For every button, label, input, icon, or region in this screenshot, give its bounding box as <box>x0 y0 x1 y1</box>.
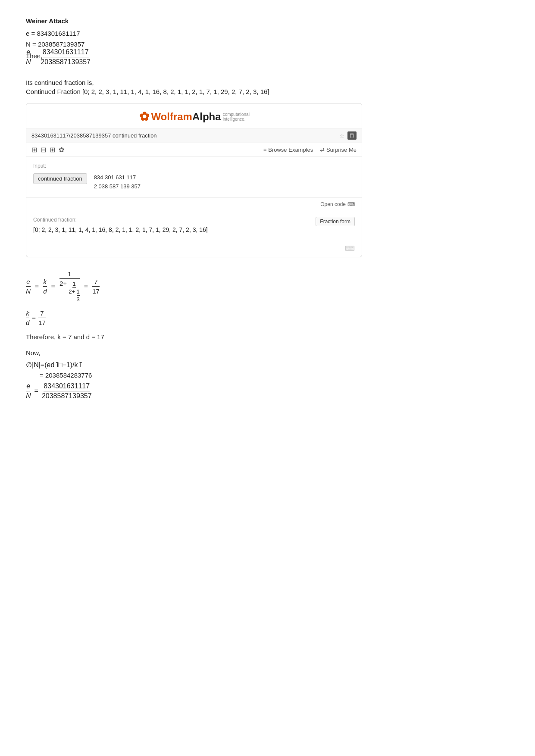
wolfram-flower-icon: ✿ <box>139 109 149 124</box>
wolfram-footer: ⌨ <box>26 242 362 257</box>
en-den-proper: 2038587139357 <box>42 391 92 400</box>
open-code-label: Open code <box>320 201 346 207</box>
wolfram-input-section: Input: continued fraction 834 301 631 11… <box>26 157 362 198</box>
frac-k-over-d: k d <box>43 278 47 295</box>
en-den-val: 2038587139357 <box>41 57 91 66</box>
n-label-proper: N <box>26 391 31 400</box>
frac-7: 7 <box>92 278 100 287</box>
section-title: Weiner Attack <box>26 17 362 25</box>
input-den: 2 038 587 139 357 <box>94 182 141 191</box>
now-label: Now, <box>26 349 362 356</box>
label-e: e <box>26 48 30 57</box>
input-tag: continued fraction <box>33 173 87 184</box>
wolfram-logo: ✿ WolframAlpha computational intelligenc… <box>139 109 248 124</box>
cf-value: [0; 2, 2, 3, 1, 11, 1, 4, 1, 16, 8, 2, 1… <box>82 88 269 95</box>
input-fraction: 834 301 631 117 2 038 587 139 357 <box>94 173 141 191</box>
cf-label: Continued Fraction <box>26 88 81 95</box>
phi-result: = 2038584283776 <box>40 372 362 379</box>
frac-7-over-17: 7 17 <box>92 278 100 295</box>
kd-d: d <box>26 318 29 326</box>
result-content: Continued fraction: [0; 2, 2, 3, 1, 11, … <box>33 217 208 237</box>
kd-result: 7 17 <box>38 309 46 326</box>
eq-sign-2: = <box>51 282 55 290</box>
open-code-icon: ⌨ <box>347 201 355 207</box>
therefore-line: Therefore, k = 7 and d = 17 <box>26 333 362 341</box>
cfrac-num: 1 <box>59 270 80 279</box>
wolfram-logo-sub: computational intelligence. <box>223 112 249 122</box>
kd-fraction-block: k d = 7 17 <box>26 309 362 326</box>
n-value: N = 2038587139357 <box>26 41 362 48</box>
kd-eq: = <box>32 314 36 322</box>
wolfram-search-bar: 834301631117/2038587139357 continued fra… <box>26 128 362 143</box>
frac-e-over-n: e N <box>26 278 31 295</box>
frac-n-label: N <box>26 287 31 295</box>
kd-result-7: 7 <box>38 309 46 318</box>
star-icon[interactable]: ☆ <box>339 132 345 139</box>
result-row: Continued fraction: [0; 2, 2, 3, 1, 11, … <box>33 217 355 237</box>
toolbar-icon-4[interactable]: ✿ <box>59 146 64 154</box>
save-icon[interactable]: 目 <box>347 131 357 140</box>
e-label-proper: e <box>26 382 30 391</box>
cfrac-den: 2+ 1 2+ 1 3 <box>59 279 80 303</box>
en-num-val: 834301631117 <box>43 48 89 57</box>
kd-line: k d = 7 17 <box>26 309 362 326</box>
en-value-frac: 834301631117 2038587139357 <box>41 48 91 66</box>
e-value: e = 834301631117 <box>26 30 362 37</box>
toolbar-icon-1[interactable]: ⊞ <box>31 146 37 154</box>
wolfram-search-text: 834301631117/2038587139357 continued fra… <box>31 132 157 139</box>
cfrac-inner-den: 2+ 1 3 <box>69 288 80 303</box>
cfrac-innermost: 1 3 <box>77 288 80 303</box>
wolfram-toolbar: ⊞ ⊟ ⊞ ✿ ≡ Browse Examples ⇄ Surprise Me <box>26 143 362 157</box>
frac-k-label: k <box>43 278 47 287</box>
cfrac-innermost-num: 1 <box>77 288 80 296</box>
frac-17: 17 <box>92 287 100 295</box>
en-label-row: e N = 834301631117 2038587139357 <box>26 48 362 66</box>
wolfram-logo-text: WolframAlpha <box>151 111 221 123</box>
its-continued-label: Its continued fraction is, <box>26 79 362 86</box>
wolfram-widget: ✿ WolframAlpha computational intelligenc… <box>26 103 362 257</box>
wolfram-result-section: Continued fraction: [0; 2, 2, 3, 1, 11, … <box>26 211 362 242</box>
toolbar-left: ⊞ ⊟ ⊞ ✿ <box>31 146 64 154</box>
continued-fraction-value: Continued Fraction [0; 2, 2, 3, 1, 11, 1… <box>26 88 362 95</box>
kd-frac: k d <box>26 309 29 326</box>
en-proper-eq: = <box>34 387 38 395</box>
cfrac-2plus-1: 2+ <box>59 280 67 287</box>
kd-k: k <box>26 309 29 318</box>
input-num: 834 301 631 117 <box>94 173 141 182</box>
wolfram-search-icons: ☆ 目 <box>339 131 357 140</box>
input-row: continued fraction 834 301 631 117 2 038… <box>33 173 355 191</box>
cfrac-inner-frac: 1 2+ 1 3 <box>69 281 80 303</box>
surprise-me-btn[interactable]: ⇄ Surprise Me <box>320 147 357 153</box>
eq-sign-1: = <box>35 282 39 290</box>
eq-sign-3: = <box>84 282 88 290</box>
label-n: N <box>26 57 31 66</box>
nested-cfrac: 1 2+ 1 2+ 1 3 <box>59 270 80 303</box>
result-label: Continued fraction: <box>33 217 208 223</box>
e-over-n-proper: e N <box>26 382 31 400</box>
open-code-row: Open code ⌨ <box>26 198 362 211</box>
kd-result-17: 17 <box>38 318 46 326</box>
toolbar-icon-2[interactable]: ⊟ <box>41 146 46 154</box>
toolbar-icon-3[interactable]: ⊞ <box>50 146 55 154</box>
en-equals: = <box>35 53 39 61</box>
open-code-btn[interactable]: Open code ⌨ <box>320 201 355 207</box>
cfrac-inner-num: 1 <box>72 281 75 288</box>
en-label-frac: e N <box>26 48 31 66</box>
en-num-proper: 834301631117 <box>44 382 90 391</box>
frac-e-label: e <box>26 278 31 287</box>
toolbar-right: ≡ Browse Examples ⇄ Surprise Me <box>263 147 357 153</box>
wolfram-footer-icon: ⌨ <box>345 244 355 253</box>
result-value: [0; 2, 2, 3, 1, 11, 1, 4, 1, 16, 8, 2, 1… <box>33 226 208 233</box>
phi-formula-line: ∅|N|=(ed i̇̈□−1)/k i̇̈ <box>26 361 362 369</box>
input-label: Input: <box>33 163 355 169</box>
frac-d-label: d <box>43 287 47 295</box>
wolfram-header: ✿ WolframAlpha computational intelligenc… <box>26 103 362 128</box>
en-value-proper: 834301631117 2038587139357 <box>42 382 92 400</box>
en-proper-block: e N = 834301631117 2038587139357 <box>26 382 362 400</box>
cfrac-innermost-den: 3 <box>77 296 80 303</box>
fraction-form-btn[interactable]: Fraction form <box>316 217 355 226</box>
big-fraction-eq: e N = k d = 1 2+ 1 2+ 1 3 = 7 <box>26 270 362 303</box>
browse-examples-btn[interactable]: ≡ Browse Examples <box>263 147 313 153</box>
cfrac-2plus-2: 2+ <box>69 288 75 295</box>
